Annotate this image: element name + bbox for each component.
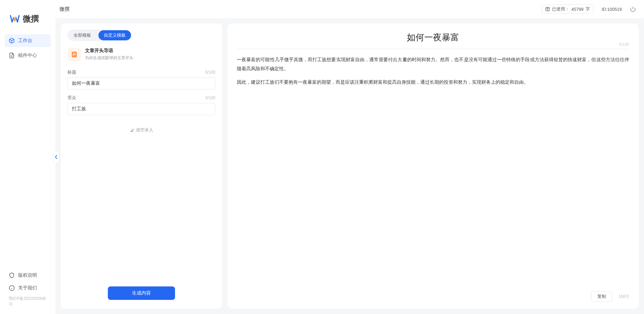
topbar: 微撰 已使用： 45799 字 ID:100519 (55, 0, 644, 18)
copy-button[interactable]: 复制 (591, 291, 612, 302)
output-paragraph: 一夜暴富的可能性几乎微乎其微，而打工族想要实现财富自由，通常需要付出大量的时间和… (237, 55, 629, 73)
tab-custom-templates[interactable]: 自定义模板 (98, 30, 131, 40)
usage-suffix: 字 (586, 6, 590, 12)
generate-button[interactable]: 生成内容 (108, 286, 175, 300)
word-count: 156字 (618, 294, 629, 300)
clear-button[interactable]: 清空录入 (68, 127, 215, 133)
collapse-handle[interactable] (53, 151, 59, 163)
cube-icon (9, 38, 15, 44)
output-body: 一夜暴富的可能性几乎微乎其微，而打工族想要实现财富自由，通常需要付出大量的时间和… (237, 55, 629, 91)
nav-item-label: 稿件中心 (18, 52, 37, 58)
nav-item-label: 工作台 (18, 38, 32, 44)
output-footer: 复制 156字 (591, 291, 629, 302)
field-title: 标题 6/100 (68, 69, 215, 89)
usage-badge[interactable]: 已使用： 45799 字 (542, 4, 594, 14)
usage-count: 45799 (571, 7, 584, 12)
sidebar: 微撰 工作台 稿件中心 版权说明 关于我们 鄂ICP备2022016946号 (0, 0, 55, 314)
logo-icon (9, 13, 20, 24)
output-title: 如何一夜暴富 (237, 32, 629, 43)
right-panel: 如何一夜暴富 6/100 一夜暴富的可能性几乎微乎其微，而打工族想要实现财富自由… (227, 24, 639, 309)
content: 全部模板 自定义模板 文章开头导语 为你生成抓眼球的文章开头 标题 6/100 (55, 18, 644, 314)
tabs: 全部模板 自定义模板 (68, 30, 132, 41)
template-desc: 为你生成抓眼球的文章开头 (85, 55, 133, 61)
template-icon (68, 48, 81, 61)
left-panel: 全部模板 自定义模板 文章开头导语 为你生成抓眼球的文章开头 标题 6/100 (61, 24, 222, 309)
logo-area: 微撰 (0, 0, 55, 34)
power-icon[interactable] (630, 6, 636, 12)
field-audience: 受众 3/100 (68, 95, 215, 115)
output-title-row: 如何一夜暴富 6/100 (237, 32, 629, 49)
output-paragraph: 因此，建议打工族们不要抱有一夜暴富的期望，而是应该注重积累财富和提高自身技能，通… (237, 78, 629, 87)
field-label-title: 标题 (68, 69, 76, 75)
chevron-left-icon (54, 155, 58, 159)
text-icon (545, 7, 550, 11)
info-icon (9, 285, 15, 291)
svg-rect-7 (73, 54, 76, 55)
shield-icon (9, 272, 15, 278)
usage-prefix: 已使用： (552, 6, 569, 12)
audience-input[interactable] (68, 103, 215, 115)
sidebar-footer: 版权说明 关于我们 鄂ICP备2022016946号 (0, 269, 55, 314)
template-title: 文章开头导语 (85, 48, 133, 54)
svg-rect-8 (73, 55, 75, 56)
nav-item-drafts[interactable]: 稿件中心 (5, 49, 51, 62)
footer-item-about[interactable]: 关于我们 (5, 282, 51, 295)
topbar-right: 已使用： 45799 字 ID:100519 (542, 4, 636, 14)
field-count-title: 6/100 (205, 70, 215, 75)
main: 微撰 已使用： 45799 字 ID:100519 全部模板 自定义模板 (55, 0, 644, 314)
tab-all-templates[interactable]: 全部模板 (68, 30, 96, 40)
id-label: ID:100519 (602, 7, 622, 12)
template-info: 文章开头导语 为你生成抓眼球的文章开头 (85, 48, 133, 61)
icp-text: 鄂ICP备2022016946号 (5, 295, 51, 310)
field-label-audience: 受众 (68, 95, 76, 101)
svg-rect-6 (73, 53, 76, 53)
document-icon (9, 52, 15, 58)
article-icon (71, 51, 78, 58)
nav-item-workbench[interactable]: 工作台 (5, 34, 51, 47)
title-input[interactable] (68, 77, 215, 89)
footer-item-copyright[interactable]: 版权说明 (5, 269, 51, 282)
logo-text: 微撰 (23, 13, 39, 24)
clear-label: 清空录入 (136, 127, 153, 133)
template-card: 文章开头导语 为你生成抓眼球的文章开头 (68, 48, 215, 61)
eraser-icon (130, 128, 134, 132)
topbar-title: 微撰 (59, 6, 70, 12)
output-title-count: 6/100 (619, 42, 629, 47)
nav: 工作台 稿件中心 (0, 34, 55, 64)
footer-item-label: 关于我们 (18, 285, 37, 291)
footer-item-label: 版权说明 (18, 272, 37, 278)
field-count-audience: 3/100 (205, 95, 215, 100)
